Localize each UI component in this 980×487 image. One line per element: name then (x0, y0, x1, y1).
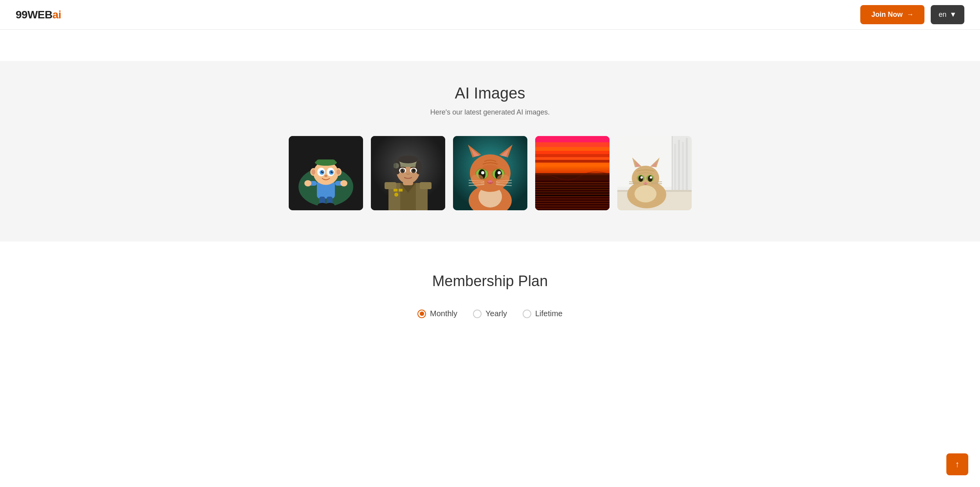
svg-point-115 (648, 175, 653, 182)
language-selector-button[interactable]: en ▼ (931, 5, 964, 24)
monthly-radio-inner (420, 312, 424, 316)
svg-point-40 (398, 156, 418, 163)
svg-point-26 (325, 203, 334, 208)
svg-rect-80 (535, 136, 610, 142)
language-code: en (939, 11, 946, 19)
lifetime-label: Lifetime (535, 309, 563, 318)
images-grid (16, 136, 964, 210)
svg-point-117 (650, 176, 652, 179)
hero-spacer (0, 30, 980, 61)
svg-rect-33 (420, 182, 432, 189)
yearly-radio[interactable] (473, 310, 482, 318)
svg-rect-90 (535, 182, 610, 184)
svg-point-22 (340, 180, 347, 186)
billing-option-monthly[interactable]: Monthly (417, 309, 457, 318)
svg-point-12 (322, 171, 323, 172)
svg-rect-94 (535, 195, 610, 196)
ai-image-card-3[interactable] (453, 136, 527, 210)
membership-title: Membership Plan (16, 273, 964, 290)
logo[interactable]: 99WEBai (16, 9, 61, 21)
svg-point-14 (324, 175, 327, 177)
logo-text: 99WEBai (16, 9, 61, 21)
ai-images-section: AI Images Here's our latest generated AI… (0, 61, 980, 242)
logo-suffix: ai (52, 9, 61, 21)
svg-rect-91 (535, 185, 610, 187)
billing-toggle: Monthly Yearly Lifetime (16, 309, 964, 318)
svg-point-46 (413, 169, 415, 172)
svg-rect-84 (535, 154, 610, 157)
military-woman-image (371, 136, 445, 210)
ai-image-card-5[interactable] (617, 136, 692, 210)
login-icon: → (906, 11, 913, 19)
chevron-down-icon: ▼ (949, 11, 957, 19)
lifetime-radio[interactable] (523, 310, 531, 318)
join-now-label: Join Now (871, 11, 903, 19)
white-cat-image (617, 136, 692, 210)
monthly-label: Monthly (430, 309, 457, 318)
membership-section: Membership Plan Monthly Yearly Lifetime (0, 242, 980, 342)
svg-point-107 (635, 185, 656, 202)
svg-rect-48 (394, 189, 397, 192)
svg-rect-92 (535, 188, 610, 190)
svg-point-50 (394, 193, 398, 197)
ai-image-card-4[interactable] (535, 136, 610, 210)
join-now-button[interactable]: Join Now → (860, 5, 924, 24)
svg-point-65 (481, 171, 484, 174)
svg-rect-85 (535, 157, 610, 160)
svg-point-45 (402, 169, 404, 172)
main-content: AI Images Here's our latest generated AI… (0, 30, 980, 342)
svg-rect-81 (535, 142, 610, 147)
svg-rect-32 (385, 182, 396, 189)
billing-option-lifetime[interactable]: Lifetime (523, 309, 563, 318)
svg-rect-52 (394, 163, 396, 168)
header-right: Join Now → en ▼ (860, 5, 964, 24)
svg-point-16 (311, 169, 315, 175)
orange-cat-image (453, 136, 527, 210)
svg-point-10 (321, 171, 324, 173)
ai-image-card-1[interactable] (289, 136, 363, 210)
svg-rect-49 (399, 189, 403, 192)
svg-point-78 (497, 174, 509, 184)
logo-prefix: 99WEB (16, 9, 52, 21)
svg-point-116 (640, 176, 643, 179)
svg-rect-82 (535, 147, 610, 151)
header: 99WEBai Join Now → en ▼ (0, 0, 980, 30)
svg-rect-87 (535, 175, 610, 210)
svg-rect-88 (535, 173, 610, 179)
ai-images-title: AI Images (16, 84, 964, 102)
yearly-label: Yearly (486, 309, 507, 318)
svg-point-21 (304, 180, 311, 186)
cartoon-character-image (289, 136, 363, 210)
ai-image-card-2[interactable] (371, 136, 445, 210)
ai-images-subtitle: Here's our latest generated AI images. (16, 108, 964, 116)
svg-point-76 (482, 165, 498, 171)
svg-rect-93 (535, 192, 610, 193)
svg-point-13 (332, 171, 333, 172)
svg-point-77 (471, 174, 484, 184)
sunset-landscape-image (535, 136, 610, 210)
svg-rect-83 (535, 151, 610, 154)
svg-rect-5 (316, 159, 336, 165)
billing-option-yearly[interactable]: Yearly (473, 309, 507, 318)
svg-point-114 (638, 175, 643, 182)
svg-point-47 (403, 170, 404, 170)
svg-point-11 (331, 171, 333, 173)
svg-point-66 (498, 171, 501, 174)
svg-point-18 (336, 169, 340, 175)
monthly-radio[interactable] (417, 310, 426, 318)
svg-rect-86 (535, 160, 610, 163)
